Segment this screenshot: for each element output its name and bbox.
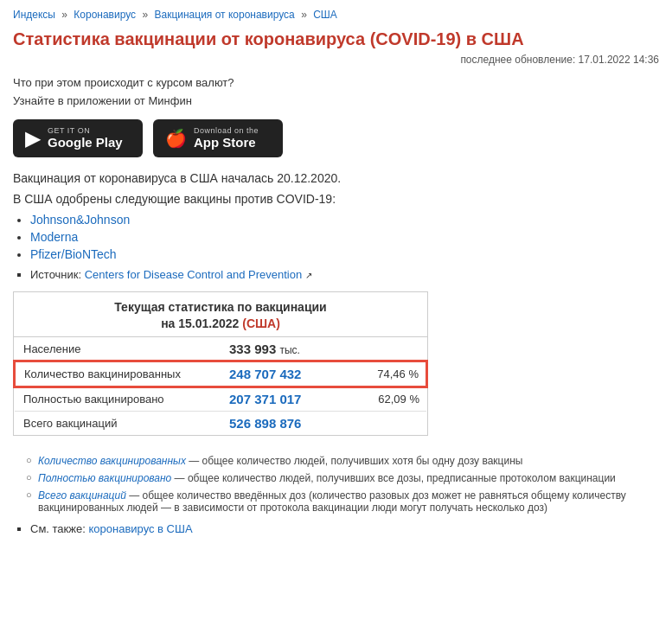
last-update: последнее обновление: 17.01.2022 14:36 [13,54,659,66]
app-buttons-container: ▶ GET IT ON Google Play 🍎 Download on th… [13,119,659,157]
apple-icon: 🍎 [165,130,187,147]
list-item: Moderna [30,230,659,244]
row-pct: 74,46 % [346,361,426,387]
intro-approved: В США одобрены следующие вакцины против … [13,192,659,206]
google-play-icon: ▶ [25,128,41,149]
note-bold-2: Всего вакцинаций [38,489,126,502]
promo-line1: Что при этом происходит с курсом валют? [13,74,659,93]
breadcrumb-vaccination[interactable]: Вакцинация от коронавируса [154,9,294,21]
promo-block: Что при этом происходит с курсом валют? … [13,74,659,111]
table-row-highlighted: Количество вакцинированных 248 707 432 7… [15,361,426,387]
app-store-top-label: Download on the [194,126,259,135]
row-pct [346,411,426,435]
note-text-1: — общее количество людей, получивших все… [171,472,616,484]
see-also-link[interactable]: коронавирус в США [88,522,192,535]
row-value: 248 707 432 [221,361,346,387]
note-item: Всего вакцинаций — общее количество введ… [26,489,659,514]
note-item: Полностью вакцинировано — общее количест… [26,472,659,484]
source-link[interactable]: Centers for Disease Control and Preventi… [85,268,302,281]
vaccine-list: Johnson&Johnson Moderna Pfizer/BioNTech [30,213,659,261]
row-label: Количество вакцинированных [15,361,221,387]
row-pct [346,337,426,361]
row-value: 526 898 876 [221,411,346,435]
see-also-prefix: См. также: [30,522,86,535]
source-prefix: Источник: [30,268,81,281]
see-also-list: См. также: коронавирус в США [13,522,659,535]
page-title: Статистика вакцинации от коронавируса (C… [13,28,659,50]
row-label: Всего вакцинаций [15,411,221,435]
source-note: Источник: Centers for Disease Control an… [13,268,659,281]
google-play-top-label: GET IT ON [48,126,123,135]
intro-start: Вакцинация от коронавируса в США началас… [13,171,659,185]
vaccine-johnson[interactable]: Johnson&Johnson [30,213,130,227]
app-store-button[interactable]: 🍎 Download on the App Store [153,119,283,157]
row-value: 207 371 017 [221,387,346,412]
breadcrumb-corona[interactable]: Коронавирус [74,9,136,21]
row-value: 333 993 тыс. [221,337,346,361]
note-bold-0: Количество вакцинированных [38,455,186,467]
google-play-button[interactable]: ▶ GET IT ON Google Play [13,119,143,157]
note-item: Количество вакцинированных — общее колич… [26,455,659,467]
row-label: Полностью вакцинировано [15,387,221,412]
table-row: Полностью вакцинировано 207 371 017 62,0… [15,387,426,412]
note-text-0: — общее количество людей, получивших хот… [186,455,523,467]
external-link-icon: ↗ [305,271,312,280]
google-play-main-label: Google Play [48,135,123,150]
stats-country: (США) [242,316,280,330]
stats-box: Текущая статистика по вакцинации на 15.0… [13,291,428,436]
breadcrumb-index[interactable]: Индексы [13,9,55,21]
list-item: Johnson&Johnson [30,213,659,227]
notes-list: Количество вакцинированных — общее колич… [26,455,659,514]
table-row: Всего вакцинаций 526 898 876 [15,411,426,435]
breadcrumb-usa[interactable]: США [313,9,337,21]
source-item: Источник: Centers for Disease Control an… [30,268,659,281]
vaccine-moderna[interactable]: Moderna [30,230,78,244]
vaccine-pfizer[interactable]: Pfizer/BioNTech [30,247,117,261]
row-label: Население [15,337,221,361]
see-also-item: См. также: коронавирус в США [30,522,659,535]
row-pct: 62,09 % [346,387,426,412]
app-store-main-label: App Store [194,135,259,150]
promo-line2: Узнайте в приложении от Минфин [13,93,659,111]
note-bold-1: Полностью вакцинировано [38,472,171,484]
stats-table: Население 333 993 тыс. Количество вакцин… [14,337,427,435]
stats-wrapper: Текущая статистика по вакцинации на 15.0… [13,291,428,446]
list-item: Pfizer/BioNTech [30,247,659,261]
stats-title: Текущая статистика по вакцинации на 15.0… [14,292,427,337]
table-row: Население 333 993 тыс. [15,337,426,361]
breadcrumb: Индексы » Коронавирус » Вакцинация от ко… [13,9,659,21]
note-text-2: — общее количество введённых доз (количе… [38,489,626,514]
